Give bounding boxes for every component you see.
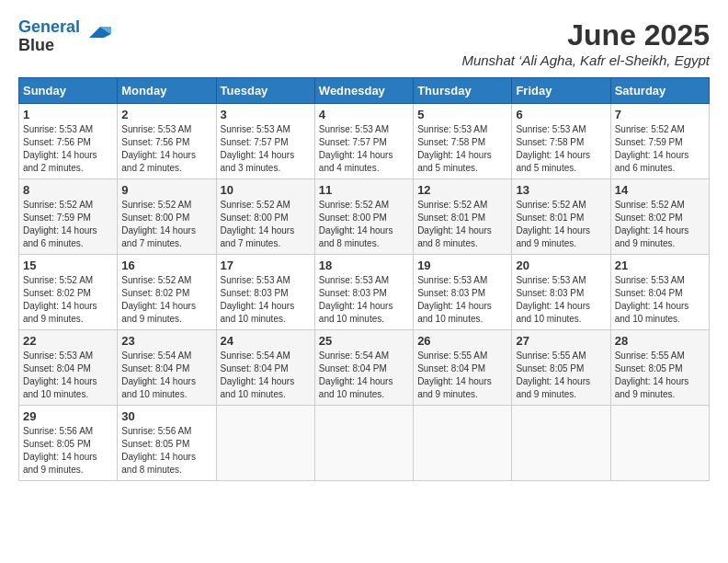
calendar-cell [512, 406, 610, 481]
calendar-cell: 5 Sunrise: 5:53 AMSunset: 7:58 PMDayligh… [414, 104, 512, 179]
day-info: Sunrise: 5:53 AMSunset: 7:56 PMDaylight:… [23, 123, 113, 175]
day-number: 17 [221, 259, 311, 272]
day-info: Sunrise: 5:55 AMSunset: 8:04 PMDaylight:… [417, 350, 507, 401]
day-info: Sunrise: 5:52 AMSunset: 8:01 PMDaylight:… [516, 199, 606, 250]
calendar-cell: 23 Sunrise: 5:54 AMSunset: 8:04 PMDaylig… [118, 330, 216, 406]
weekday-header-tuesday: Tuesday [216, 78, 314, 104]
calendar-cell: 13 Sunrise: 5:52 AMSunset: 8:01 PMDaylig… [512, 179, 610, 255]
day-number: 16 [121, 259, 211, 272]
calendar-cell: 6 Sunrise: 5:53 AMSunset: 7:58 PMDayligh… [512, 104, 610, 179]
day-number: 6 [516, 108, 606, 121]
day-info: Sunrise: 5:53 AMSunset: 8:03 PMDaylight:… [319, 274, 409, 326]
day-number: 20 [516, 259, 606, 272]
calendar-cell [610, 406, 709, 481]
day-info: Sunrise: 5:54 AMSunset: 8:04 PMDaylight:… [319, 350, 409, 401]
header: GeneralBlue June 2025 Munshat ‘Ali Agha,… [18, 18, 710, 68]
weekday-header-saturday: Saturday [610, 78, 709, 104]
calendar-cell: 7 Sunrise: 5:52 AMSunset: 7:59 PMDayligh… [610, 104, 709, 179]
day-number: 7 [615, 108, 705, 121]
day-info: Sunrise: 5:53 AMSunset: 7:58 PMDaylight:… [516, 123, 606, 175]
day-info: Sunrise: 5:52 AMSunset: 8:00 PMDaylight:… [121, 199, 211, 250]
day-number: 19 [417, 259, 507, 272]
day-info: Sunrise: 5:53 AMSunset: 8:04 PMDaylight:… [23, 350, 113, 401]
calendar-cell: 24 Sunrise: 5:54 AMSunset: 8:04 PMDaylig… [216, 330, 314, 406]
day-info: Sunrise: 5:55 AMSunset: 8:05 PMDaylight:… [615, 350, 705, 401]
calendar-cell: 9 Sunrise: 5:52 AMSunset: 8:00 PMDayligh… [118, 179, 216, 255]
calendar-cell: 20 Sunrise: 5:53 AMSunset: 8:03 PMDaylig… [512, 255, 610, 330]
day-info: Sunrise: 5:52 AMSunset: 8:00 PMDaylight:… [221, 199, 311, 250]
day-number: 29 [23, 409, 113, 423]
calendar-cell: 16 Sunrise: 5:52 AMSunset: 8:02 PMDaylig… [118, 255, 216, 330]
calendar-cell: 15 Sunrise: 5:52 AMSunset: 8:02 PMDaylig… [19, 255, 118, 330]
calendar-cell: 28 Sunrise: 5:55 AMSunset: 8:05 PMDaylig… [610, 330, 709, 406]
location-title: Munshat ‘Ali Agha, Kafr el-Sheikh, Egypt [461, 52, 710, 68]
day-number: 4 [319, 108, 409, 121]
calendar-cell: 22 Sunrise: 5:53 AMSunset: 8:04 PMDaylig… [19, 330, 118, 406]
day-info: Sunrise: 5:52 AMSunset: 7:59 PMDaylight:… [615, 123, 705, 175]
day-info: Sunrise: 5:52 AMSunset: 8:01 PMDaylight:… [417, 199, 507, 250]
calendar-cell: 26 Sunrise: 5:55 AMSunset: 8:04 PMDaylig… [414, 330, 512, 406]
day-info: Sunrise: 5:52 AMSunset: 8:02 PMDaylight:… [23, 274, 113, 326]
calendar-cell: 18 Sunrise: 5:53 AMSunset: 8:03 PMDaylig… [314, 255, 413, 330]
day-number: 11 [319, 183, 409, 197]
calendar-cell: 21 Sunrise: 5:53 AMSunset: 8:04 PMDaylig… [610, 255, 709, 330]
day-info: Sunrise: 5:53 AMSunset: 7:57 PMDaylight:… [319, 123, 409, 175]
calendar-cell [314, 406, 413, 481]
calendar-cell: 19 Sunrise: 5:53 AMSunset: 8:03 PMDaylig… [414, 255, 512, 330]
calendar-cell: 30 Sunrise: 5:56 AMSunset: 8:05 PMDaylig… [118, 406, 216, 481]
weekday-header-sunday: Sunday [19, 78, 118, 104]
day-number: 9 [121, 183, 211, 197]
day-number: 3 [221, 108, 311, 121]
calendar-cell: 27 Sunrise: 5:55 AMSunset: 8:05 PMDaylig… [512, 330, 610, 406]
day-number: 24 [221, 334, 311, 348]
day-number: 12 [417, 183, 507, 197]
day-number: 18 [319, 259, 409, 272]
calendar-cell: 12 Sunrise: 5:52 AMSunset: 8:01 PMDaylig… [414, 179, 512, 255]
day-number: 13 [516, 183, 606, 197]
day-info: Sunrise: 5:56 AMSunset: 8:05 PMDaylight:… [121, 425, 211, 477]
logo-text: GeneralBlue [18, 18, 80, 55]
day-info: Sunrise: 5:52 AMSunset: 7:59 PMDaylight:… [23, 199, 113, 250]
day-info: Sunrise: 5:53 AMSunset: 8:04 PMDaylight:… [615, 274, 705, 326]
calendar-cell: 11 Sunrise: 5:52 AMSunset: 8:00 PMDaylig… [314, 179, 413, 255]
day-info: Sunrise: 5:53 AMSunset: 8:03 PMDaylight:… [221, 274, 311, 326]
day-number: 21 [615, 259, 705, 272]
month-title: June 2025 [461, 18, 710, 52]
day-number: 27 [516, 334, 606, 348]
day-number: 1 [23, 108, 113, 121]
weekday-header-friday: Friday [512, 78, 610, 104]
day-info: Sunrise: 5:52 AMSunset: 8:00 PMDaylight:… [319, 199, 409, 250]
day-info: Sunrise: 5:53 AMSunset: 7:57 PMDaylight:… [221, 123, 311, 175]
calendar-cell: 10 Sunrise: 5:52 AMSunset: 8:00 PMDaylig… [216, 179, 314, 255]
calendar-cell: 14 Sunrise: 5:52 AMSunset: 8:02 PMDaylig… [610, 179, 709, 255]
day-info: Sunrise: 5:55 AMSunset: 8:05 PMDaylight:… [516, 350, 606, 401]
day-number: 30 [121, 409, 211, 423]
calendar-cell: 29 Sunrise: 5:56 AMSunset: 8:05 PMDaylig… [19, 406, 118, 481]
calendar-cell: 8 Sunrise: 5:52 AMSunset: 7:59 PMDayligh… [19, 179, 118, 255]
day-number: 2 [121, 108, 211, 121]
weekday-header-thursday: Thursday [414, 78, 512, 104]
calendar-cell: 1 Sunrise: 5:53 AMSunset: 7:56 PMDayligh… [19, 104, 118, 179]
day-number: 26 [417, 334, 507, 348]
title-section: June 2025 Munshat ‘Ali Agha, Kafr el-She… [461, 18, 710, 68]
day-info: Sunrise: 5:53 AMSunset: 8:03 PMDaylight:… [417, 274, 507, 326]
day-number: 8 [23, 183, 113, 197]
calendar-cell [414, 406, 512, 481]
day-info: Sunrise: 5:54 AMSunset: 8:04 PMDaylight:… [221, 350, 311, 401]
day-number: 14 [615, 183, 705, 197]
calendar-cell: 4 Sunrise: 5:53 AMSunset: 7:57 PMDayligh… [314, 104, 413, 179]
calendar-cell: 3 Sunrise: 5:53 AMSunset: 7:57 PMDayligh… [216, 104, 314, 179]
day-number: 25 [319, 334, 409, 348]
day-number: 22 [23, 334, 113, 348]
calendar-cell: 25 Sunrise: 5:54 AMSunset: 8:04 PMDaylig… [314, 330, 413, 406]
weekday-header-monday: Monday [118, 78, 216, 104]
day-info: Sunrise: 5:56 AMSunset: 8:05 PMDaylight:… [23, 425, 113, 477]
day-info: Sunrise: 5:54 AMSunset: 8:04 PMDaylight:… [121, 350, 211, 401]
calendar-cell: 17 Sunrise: 5:53 AMSunset: 8:03 PMDaylig… [216, 255, 314, 330]
day-number: 10 [221, 183, 311, 197]
day-number: 28 [615, 334, 705, 348]
day-number: 5 [417, 108, 507, 121]
calendar: SundayMondayTuesdayWednesdayThursdayFrid… [18, 77, 710, 481]
day-info: Sunrise: 5:52 AMSunset: 8:02 PMDaylight:… [615, 199, 705, 250]
day-info: Sunrise: 5:52 AMSunset: 8:02 PMDaylight:… [121, 274, 211, 326]
